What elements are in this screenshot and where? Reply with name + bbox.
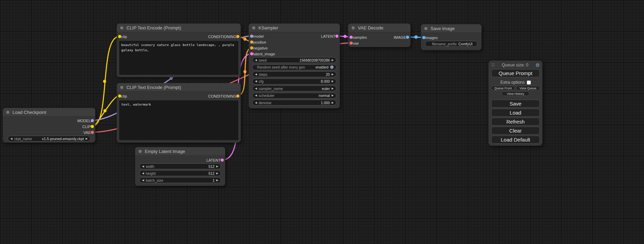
output-label: IMAGE — [394, 35, 406, 39]
clip-output-socket[interactable] — [91, 125, 94, 128]
node-title-bar[interactable]: CLIP Text Encode (Prompt) — [117, 83, 241, 92]
widget-batch-size[interactable]: ◀ batch_size 1 ▶ — [139, 177, 221, 183]
model-output-socket[interactable] — [91, 119, 94, 122]
view-queue-button[interactable]: View Queue — [516, 86, 540, 90]
arrow-left-icon[interactable]: ◀ — [142, 165, 144, 168]
save-button[interactable]: Save — [491, 100, 540, 108]
link-midpoint-dot[interactable] — [244, 38, 247, 41]
widget-denoise[interactable]: ◀ denoise 1.000 ▶ — [252, 100, 336, 106]
refresh-button[interactable]: Refresh — [491, 118, 540, 126]
widget-label: filename_prefix — [432, 42, 457, 46]
queue-prompt-button[interactable]: Queue Prompt — [491, 69, 540, 77]
output-row-model: MODEL — [3, 118, 95, 124]
arrow-left-icon[interactable]: ◀ — [255, 94, 257, 97]
arrow-right-icon[interactable]: ▶ — [86, 137, 88, 140]
vae-input-socket[interactable] — [350, 42, 353, 45]
link-midpoint-dot[interactable] — [414, 35, 418, 39]
collapse-dot-icon[interactable] — [424, 27, 427, 30]
arrow-right-icon[interactable]: ▶ — [216, 179, 218, 182]
image-output-socket[interactable] — [406, 36, 409, 39]
arrow-right-icon[interactable]: ▶ — [332, 87, 334, 90]
output-row-conditioning: CONDITIONING — [117, 34, 241, 39]
latent-input-socket[interactable] — [250, 52, 253, 55]
collapse-dot-icon[interactable] — [120, 26, 123, 29]
collapse-dot-icon[interactable] — [252, 26, 255, 29]
link-midpoint-dot[interactable] — [344, 35, 347, 38]
conditioning-output-socket[interactable] — [236, 35, 239, 38]
queue-panel: Queue size: 0 ⚙ Queue Prompt Extra optio… — [488, 61, 542, 146]
node-clip-text-encode-positive[interactable]: CLIP Text Encode (Prompt) clip CONDITION… — [117, 24, 241, 77]
node-save-image[interactable]: Save Image images filename_prefix ComfyU… — [421, 24, 482, 50]
extra-options-checkbox[interactable] — [527, 81, 531, 84]
node-title-bar[interactable]: Load Checkpoint — [3, 108, 95, 117]
arrow-left-icon[interactable]: ◀ — [255, 59, 257, 62]
prompt-text-area[interactable]: text, watermark — [119, 100, 238, 140]
node-empty-latent-image[interactable]: Empty Latent Image LATENT ◀ width 512 ▶ … — [135, 147, 225, 186]
collapse-dot-icon[interactable] — [352, 26, 355, 29]
link-midpoint-dot[interactable] — [104, 109, 107, 112]
node-clip-text-encode-negative[interactable]: CLIP Text Encode (Prompt) clip CONDITION… — [117, 83, 241, 143]
widget-ckpt-name[interactable]: ◀ ckpt_name v1-5-pruned-emaonly.ckpt ▶ — [8, 136, 90, 142]
load-button[interactable]: Load — [491, 109, 540, 117]
link-midpoint-dot[interactable] — [103, 80, 106, 83]
positive-input-socket[interactable] — [250, 40, 253, 44]
arrow-right-icon[interactable]: ▶ — [216, 172, 218, 175]
widget-value: v1-5-pruned-emaonly.ckpt — [42, 137, 84, 141]
widget-sampler-name[interactable]: ◀ sampler_name euler ▶ — [252, 85, 336, 91]
images-input-socket[interactable] — [422, 36, 425, 39]
node-title: Load Checkpoint — [12, 110, 46, 115]
arrow-left-icon[interactable]: ◀ — [142, 179, 144, 182]
queue-front-button[interactable]: Queue Front — [491, 86, 515, 90]
collapse-dot-icon[interactable] — [6, 111, 9, 114]
arrow-left-icon[interactable]: ◀ — [255, 87, 257, 90]
widget-label: cfg — [259, 79, 264, 83]
widget-label: width — [146, 164, 155, 169]
widget-height[interactable]: ◀ height 512 ▶ — [139, 170, 221, 176]
drag-handle-icon[interactable] — [491, 63, 495, 67]
widget-filename-prefix[interactable]: filename_prefix ComfyUI — [425, 41, 477, 47]
clear-button[interactable]: Clear — [491, 127, 540, 135]
widget-random-seed-toggle[interactable]: Random seed after every gen enabled — [252, 64, 336, 70]
latent-output-socket[interactable] — [221, 159, 224, 162]
node-load-checkpoint[interactable]: Load Checkpoint MODEL CLIP VAE ◀ ckpt_na… — [3, 108, 95, 143]
arrow-left-icon[interactable]: ◀ — [255, 73, 257, 76]
widget-value: 156680208700286 — [300, 58, 330, 62]
extra-options-label: Extra options — [500, 80, 524, 85]
toggle-enabled-icon[interactable] — [330, 65, 334, 69]
node-ksampler[interactable]: KSampler model positive negative latent_… — [249, 24, 340, 108]
negative-input-socket[interactable] — [250, 46, 253, 49]
collapse-dot-icon[interactable] — [120, 86, 123, 89]
widget-scheduler[interactable]: ◀ scheduler normal ▶ — [252, 93, 336, 99]
widget-steps[interactable]: ◀ steps 20 ▶ — [252, 71, 336, 77]
arrow-right-icon[interactable]: ▶ — [332, 59, 334, 62]
arrow-left-icon[interactable]: ◀ — [10, 137, 12, 140]
node-title-bar[interactable]: Empty Latent Image — [135, 147, 225, 156]
collapse-dot-icon[interactable] — [139, 150, 142, 153]
node-title-bar[interactable]: CLIP Text Encode (Prompt) — [117, 24, 241, 32]
node-title-bar[interactable]: Save Image — [421, 24, 482, 33]
gear-icon[interactable]: ⚙ — [535, 63, 540, 67]
view-history-button[interactable]: View History — [502, 91, 529, 96]
latent-output-socket[interactable] — [335, 35, 338, 38]
arrow-right-icon[interactable]: ▶ — [332, 94, 334, 97]
load-default-button[interactable]: Load Default — [491, 136, 540, 144]
arrow-right-icon[interactable]: ▶ — [332, 80, 334, 83]
vae-output-socket[interactable] — [91, 131, 94, 134]
widget-seed[interactable]: ◀ seed 156680208700286 ▶ — [252, 57, 336, 63]
arrow-left-icon[interactable]: ◀ — [255, 80, 257, 83]
node-title-bar[interactable]: KSampler — [249, 24, 340, 32]
arrow-right-icon[interactable]: ▶ — [216, 165, 218, 168]
arrow-left-icon[interactable]: ◀ — [255, 101, 257, 104]
link-midpoint-dot[interactable] — [244, 70, 247, 73]
arrow-left-icon[interactable]: ◀ — [142, 172, 144, 175]
output-label: CONDITIONING — [208, 94, 236, 98]
widget-cfg[interactable]: ◀ cfg 8.000 ▶ — [252, 79, 336, 84]
widget-width[interactable]: ◀ width 512 ▶ — [139, 163, 221, 169]
prompt-text-area[interactable]: beautiful scenery nature glass bottle la… — [119, 41, 238, 75]
widget-label: seed — [259, 58, 267, 62]
arrow-right-icon[interactable]: ▶ — [332, 73, 334, 76]
conditioning-output-socket[interactable] — [236, 94, 239, 98]
node-vae-decode[interactable]: VAE Decode samples vae IMAGE — [348, 24, 411, 47]
node-title-bar[interactable]: VAE Decode — [348, 24, 411, 32]
arrow-right-icon[interactable]: ▶ — [332, 101, 334, 104]
